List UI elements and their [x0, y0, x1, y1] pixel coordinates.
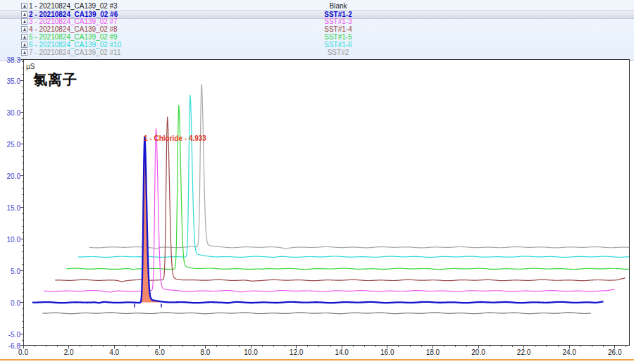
- y-tick-label: -5.0: [0, 331, 20, 339]
- active-pane-accent-border: [0, 359, 634, 360]
- x-tick-label: 26.0: [603, 349, 627, 356]
- y-tick-label: 15.0: [0, 204, 20, 212]
- x-tick-label: 16.0: [375, 349, 399, 356]
- x-tick-label: 6.0: [148, 349, 172, 356]
- x-tick-label: 20.0: [466, 349, 490, 356]
- chromatogram-plot-area[interactable]: [0, 0, 634, 364]
- y-tick-label: 25.0: [0, 141, 20, 149]
- peak-annotation: 1 - Chloride - 4.933: [144, 134, 206, 142]
- x-tick-label: 22.0: [512, 349, 536, 356]
- x-tick-label: 4.0: [102, 349, 126, 356]
- x-tick-label: 8.0: [193, 349, 217, 356]
- y-tick-label: 0.0: [0, 299, 20, 307]
- chart-title: 氯离子: [33, 70, 77, 89]
- y-tick-label: 30.0: [0, 109, 20, 117]
- y-tick-label: 20.0: [0, 172, 20, 180]
- y-tick-label: 10.0: [0, 236, 20, 244]
- y-tick-label: 5.0: [0, 268, 20, 275]
- chromatography-window: 1 - 20210824_CA139_02 #3Blank2 - 2021082…: [0, 0, 634, 364]
- x-tick-label: 10.0: [239, 349, 263, 356]
- x-tick-label: 14.0: [330, 349, 354, 356]
- x-tick-label: 0.0: [11, 349, 35, 356]
- y-tick-label: 35.0: [0, 77, 20, 85]
- y-axis-unit-label: µS: [26, 63, 35, 70]
- x-tick-label: 24.0: [557, 349, 581, 356]
- y-tick-label: 38.3: [0, 56, 20, 64]
- x-tick-label: 2.0: [57, 349, 81, 356]
- x-tick-label: 12.0: [285, 349, 309, 356]
- x-tick-label: 18.0: [421, 349, 445, 356]
